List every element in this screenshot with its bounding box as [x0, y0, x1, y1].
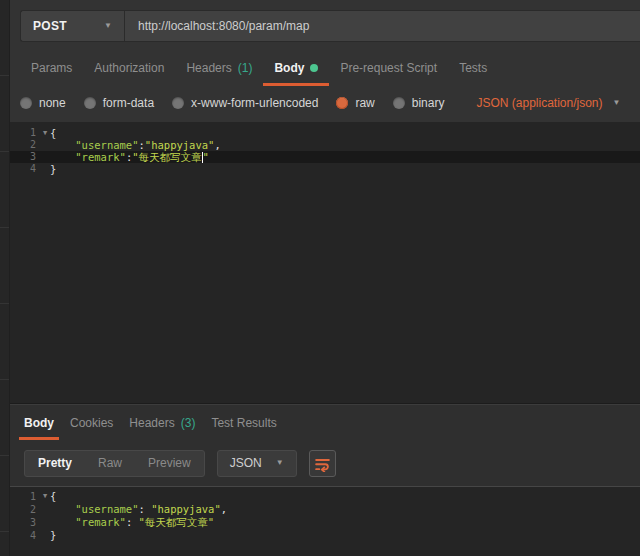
radio-icon: [393, 97, 405, 109]
tab-tests-label: Tests: [459, 61, 487, 75]
response-tab-body[interactable]: Body: [19, 405, 59, 441]
response-tab-cookies-label: Cookies: [70, 416, 113, 430]
tab-body[interactable]: Body: [263, 48, 329, 88]
radio-icon: [20, 97, 32, 109]
response-tab-headers-label: Headers: [129, 416, 174, 430]
code-line-2[interactable]: 2 "username": "happyjava",: [10, 503, 640, 516]
request-builder-panel: POST ▼ http://localhost:8080/param/map P…: [10, 0, 640, 556]
code-text: "username": "happyjava",: [50, 503, 227, 516]
code-line-3[interactable]: 3 "remark": "每天都写文章": [10, 516, 640, 529]
body-present-dot-icon: [310, 64, 318, 72]
chevron-down-icon: ▼: [276, 459, 284, 467]
url-input[interactable]: http://localhost:8080/param/map: [125, 19, 309, 33]
request-tabs: Params Authorization Headers (1) Body Pr…: [10, 48, 640, 88]
tab-pre-request-script-label: Pre-request Script: [340, 61, 437, 75]
response-body-viewer[interactable]: 1▼{2 "username": "happyjava",3 "remark":…: [10, 486, 640, 556]
mode-binary[interactable]: binary: [393, 96, 445, 110]
line-number: 3: [10, 151, 40, 163]
mode-raw[interactable]: raw: [336, 96, 374, 110]
response-tabs: Body Cookies Headers (3) Test Results: [10, 404, 640, 441]
tab-headers-label: Headers: [186, 61, 231, 75]
line-number: 4: [10, 529, 40, 542]
word-wrap-icon: [314, 455, 331, 472]
code-text: "remark": "每天都写文章": [50, 516, 214, 529]
code-text: }: [50, 163, 56, 175]
code-line-1[interactable]: 1▼{: [10, 127, 640, 139]
fold-caret-icon[interactable]: ▼: [40, 490, 50, 503]
code-line-4[interactable]: 4}: [10, 163, 640, 175]
radio-icon: [84, 97, 96, 109]
response-tab-body-label: Body: [24, 416, 54, 430]
fold-caret-icon[interactable]: ▼: [40, 127, 50, 139]
response-format-dropdown[interactable]: JSON ▼: [217, 450, 297, 477]
mode-raw-label: raw: [355, 96, 374, 110]
line-number: 1: [10, 490, 40, 503]
request-body-editor[interactable]: 1▼{2 "username":"happyjava",3 "remark":"…: [10, 122, 640, 403]
tab-body-label: Body: [274, 61, 304, 75]
radio-icon: [172, 97, 184, 109]
mode-none[interactable]: none: [20, 96, 66, 110]
mode-binary-label: binary: [412, 96, 445, 110]
code-text: {: [50, 490, 56, 503]
code-line-1[interactable]: 1▼{: [10, 490, 640, 503]
radio-selected-icon: [336, 97, 348, 109]
body-mode-row: none form-data x-www-form-urlencoded raw…: [10, 88, 640, 118]
line-number: 3: [10, 516, 40, 529]
wrap-lines-button[interactable]: [309, 450, 336, 477]
tab-pre-request-script[interactable]: Pre-request Script: [329, 48, 448, 88]
code-text: "username":"happyjava",: [50, 139, 221, 151]
url-row: POST ▼ http://localhost:8080/param/map: [10, 0, 640, 42]
content-type-label: JSON (application/json): [476, 96, 602, 110]
response-headers-count-badge: (3): [181, 416, 196, 430]
mode-form-data-label: form-data: [103, 96, 154, 110]
code-line-3[interactable]: 3 "remark":"每天都写文章": [10, 151, 640, 163]
sidebar-edge: [0, 0, 10, 556]
chevron-down-icon: ▼: [104, 22, 112, 30]
chevron-down-icon: ▼: [613, 99, 621, 107]
line-number: 1: [10, 127, 40, 139]
method-dropdown[interactable]: POST ▼: [21, 11, 124, 41]
response-tab-test-results[interactable]: Test Results: [206, 405, 281, 441]
request-header: POST ▼ http://localhost:8080/param/map P…: [10, 0, 640, 122]
url-bar: POST ▼ http://localhost:8080/param/map: [20, 10, 640, 42]
tab-tests[interactable]: Tests: [448, 48, 498, 88]
tab-headers[interactable]: Headers (1): [175, 48, 263, 88]
response-tab-cookies[interactable]: Cookies: [65, 405, 118, 441]
mode-form-data[interactable]: form-data: [84, 96, 154, 110]
response-toolbar: Pretty Raw Preview JSON ▼: [10, 441, 640, 485]
content-type-dropdown[interactable]: JSON (application/json) ▼: [476, 96, 620, 110]
mode-urlencoded-label: x-www-form-urlencoded: [191, 96, 318, 110]
code-line-4[interactable]: 4}: [10, 529, 640, 542]
response-tab-test-results-label: Test Results: [211, 416, 276, 430]
line-number: 4: [10, 163, 40, 175]
tab-authorization[interactable]: Authorization: [83, 48, 175, 88]
tab-params[interactable]: Params: [20, 48, 83, 88]
headers-count-badge: (1): [238, 61, 253, 75]
line-number: 2: [10, 503, 40, 516]
method-label: POST: [33, 19, 67, 33]
view-mode-raw-button[interactable]: Raw: [85, 456, 135, 470]
code-line-2[interactable]: 2 "username":"happyjava",: [10, 139, 640, 151]
response-format-label: JSON: [230, 456, 262, 470]
response-tab-headers[interactable]: Headers (3): [124, 405, 200, 441]
view-mode-preview-button[interactable]: Preview: [135, 456, 204, 470]
tab-authorization-label: Authorization: [94, 61, 164, 75]
mode-x-www-form-urlencoded[interactable]: x-www-form-urlencoded: [172, 96, 318, 110]
code-text: }: [50, 529, 56, 542]
line-number: 2: [10, 139, 40, 151]
code-text: {: [50, 127, 56, 139]
tab-params-label: Params: [31, 61, 72, 75]
response-panel: Body Cookies Headers (3) Test Results Pr…: [10, 403, 640, 556]
mode-none-label: none: [39, 96, 66, 110]
view-mode-pretty-button[interactable]: Pretty: [25, 456, 85, 470]
code-text: "remark":"每天都写文章": [50, 151, 209, 163]
view-mode-group: Pretty Raw Preview: [24, 450, 205, 477]
